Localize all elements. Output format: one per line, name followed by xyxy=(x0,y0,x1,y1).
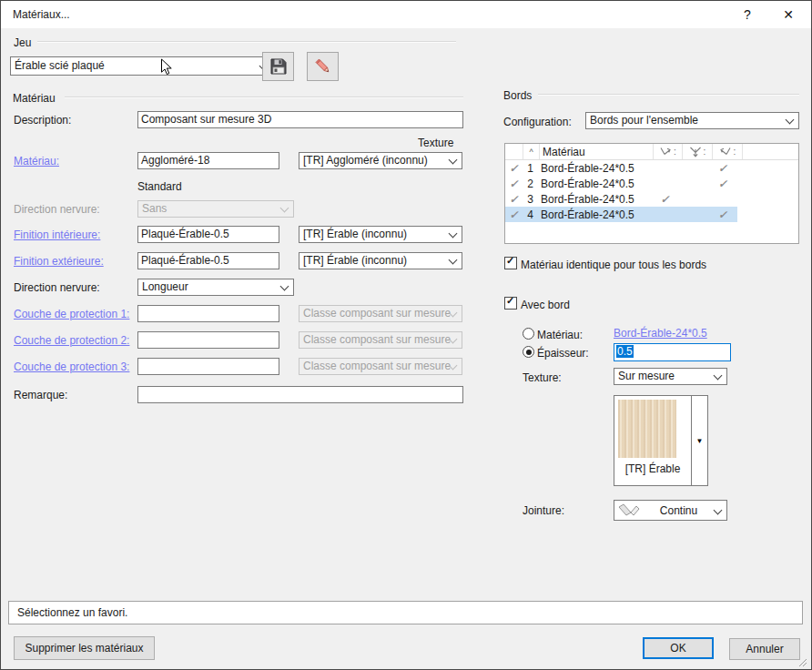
finition-interieure-texture-combo[interactable]: [TR] Érable (inconnu) xyxy=(299,226,462,243)
chevron-down-icon xyxy=(449,156,458,165)
couche-protection-3-input[interactable] xyxy=(137,358,279,375)
bords-group-line xyxy=(538,94,799,95)
materiau-input[interactable]: Aggloméré-18 xyxy=(137,152,279,169)
configuration-combo[interactable]: Bords pour l'ensemble xyxy=(585,112,799,129)
close-button[interactable]: ✕ xyxy=(773,1,804,28)
jointure-label: Jointure: xyxy=(523,504,564,517)
row-number: 4 xyxy=(523,207,538,222)
direction-nervure-label: Direction nervure: xyxy=(14,281,100,294)
texture-swatch-label: [TR] Érable xyxy=(614,462,691,475)
jeu-group-label: Jeu xyxy=(14,36,31,49)
epaisseur-input[interactable]: 0.5 xyxy=(614,343,731,361)
couche-protection-1-combo: Classe composant sur mesure xyxy=(299,305,462,322)
sort-ascending-icon: ^ xyxy=(529,147,533,157)
header-edge-front-column[interactable]: : xyxy=(654,144,683,159)
table-row-selected[interactable]: ✓ 4 Bord-Érable-24*0.5 ✓ xyxy=(505,207,798,222)
chevron-down-icon xyxy=(714,371,723,381)
remarque-label: Remarque: xyxy=(14,389,67,401)
direction-nervure-combo-value: Longueur xyxy=(142,280,188,293)
couche-protection-2-input[interactable] xyxy=(137,331,279,349)
bord-texture-combo-value: Sur mesure xyxy=(618,370,675,382)
materiau-texture-combo[interactable]: [TR] Aggloméré (inconnu) xyxy=(299,152,462,169)
header-check-column[interactable] xyxy=(505,144,523,159)
table-row[interactable]: ✓ 2 Bord-Érable-24*0.5 ✓ xyxy=(505,176,798,191)
finition-interieure-link[interactable]: Finition intérieure: xyxy=(14,228,100,241)
save-set-button[interactable] xyxy=(262,52,294,81)
finition-exterieure-texture-combo-value: [TR] Érable (inconnu) xyxy=(303,254,407,267)
row-materiau-name: Bord-Érable-24*0.5 xyxy=(538,176,651,191)
edge-back-icon xyxy=(719,147,732,157)
favorite-selector[interactable]: Sélectionnez un favori. xyxy=(8,601,803,624)
configuration-combo-value: Bords pour l'ensemble xyxy=(590,114,698,127)
chevron-down-icon xyxy=(449,229,458,239)
avec-bord-checkbox-label: Avec bord xyxy=(521,299,570,311)
header-number-column[interactable]: ^ xyxy=(523,144,540,159)
resize-grip[interactable] xyxy=(798,658,807,667)
table-row[interactable]: ✓ 1 Bord-Érable-24*0.5 ✓ xyxy=(505,160,798,176)
materiau-radio-label: Matériau: xyxy=(537,329,583,341)
texture-swatch-picker[interactable]: [TR] Érable ▼ xyxy=(614,395,708,486)
materiau-radio[interactable] xyxy=(523,328,534,340)
jeu-combo[interactable]: Érable scié plaqué xyxy=(10,56,273,76)
bord-texture-label: Texture: xyxy=(523,371,562,384)
standard-label: Standard xyxy=(137,180,182,193)
finition-interieure-input[interactable]: Plaqué-Érable-0.5 xyxy=(137,226,279,243)
materiau-texture-combo-value: [TR] Aggloméré (inconnu) xyxy=(303,154,428,167)
couche-protection-2-combo: Classe composant sur mesure xyxy=(299,331,462,349)
favorite-hint-text: Sélectionnez un favori. xyxy=(17,606,127,619)
header-edge-middle-column[interactable]: : xyxy=(683,144,713,159)
cancel-button[interactable]: Annuler xyxy=(729,638,800,660)
epaisseur-input-value: 0.5 xyxy=(616,345,634,358)
table-row[interactable]: ✓ 3 Bord-Érable-24*0.5 ✓ xyxy=(505,191,798,207)
dialog-title: Matériaux... xyxy=(13,8,70,21)
header-edge-back-column[interactable]: : xyxy=(713,144,743,159)
couche-protection-2-link[interactable]: Couche de protection 2: xyxy=(14,334,129,347)
texture-column-label: Texture xyxy=(418,137,453,149)
description-label: Description: xyxy=(14,114,71,127)
finition-exterieure-link[interactable]: Finition extérieure: xyxy=(14,255,104,268)
materiau-group-label: Matériau xyxy=(13,92,56,105)
finition-exterieure-input[interactable]: Plaqué-Érable-0.5 xyxy=(137,252,279,269)
configuration-label: Configuration: xyxy=(503,116,572,128)
identique-checkbox[interactable]: ✓ xyxy=(504,257,517,269)
couche-protection-2-combo-value: Classe composant sur mesure xyxy=(303,333,451,346)
help-button[interactable]: ? xyxy=(732,1,763,28)
bord-materiau-link[interactable]: Bord-Érable-24*0.5 xyxy=(614,327,707,340)
couche-protection-3-combo-value: Classe composant sur mesure xyxy=(303,360,451,372)
direction-nervure-combo[interactable]: Longueur xyxy=(137,279,294,296)
avec-bord-checkbox[interactable]: ✓ xyxy=(504,297,517,310)
delete-materials-button[interactable]: Supprimer les matériaux xyxy=(14,636,155,660)
couche-protection-3-link[interactable]: Couche de protection 3: xyxy=(14,360,129,373)
dropdown-arrow-icon[interactable]: ▼ xyxy=(692,396,707,485)
colon-separator: : xyxy=(704,147,706,157)
edge-check-icon: ✓ xyxy=(718,178,727,189)
couche-protection-1-link[interactable]: Couche de protection 1: xyxy=(14,308,129,320)
finition-exterieure-texture-combo[interactable]: [TR] Érable (inconnu) xyxy=(299,252,462,269)
edit-set-button[interactable] xyxy=(307,52,339,81)
bord-texture-combo[interactable]: Sur mesure xyxy=(614,368,727,385)
edge-middle-icon xyxy=(689,147,702,157)
chevron-down-icon xyxy=(280,204,289,213)
materials-dialog: Matériaux... ? ✕ Jeu Érable scié plaqué xyxy=(0,0,812,670)
edge-check-icon: ✓ xyxy=(718,209,727,220)
ok-button[interactable]: OK xyxy=(643,637,714,659)
header-materiau-column[interactable]: Matériau xyxy=(540,144,654,159)
description-input[interactable]: Composant sur mesure 3D xyxy=(137,111,463,128)
couche-protection-1-combo-value: Classe composant sur mesure xyxy=(303,307,451,320)
jointure-combo[interactable]: Continu xyxy=(614,500,727,521)
header-filler-column xyxy=(743,144,798,159)
direction-nervure-std-label: Direction nervure: xyxy=(14,203,100,216)
couche-protection-3-combo: Classe composant sur mesure xyxy=(299,358,462,375)
row-number: 1 xyxy=(523,160,538,176)
row-active-check-icon: ✓ xyxy=(509,163,518,174)
checkmark-icon: ✓ xyxy=(506,255,514,267)
bords-table-header: ^ Matériau : : xyxy=(505,144,798,160)
couche-protection-1-input[interactable] xyxy=(137,305,279,322)
materiau-link[interactable]: Matériau: xyxy=(14,155,59,168)
jeu-combo-value: Érable scié plaqué xyxy=(15,59,105,72)
wood-texture-preview xyxy=(618,400,676,458)
epaisseur-radio[interactable] xyxy=(523,346,534,358)
direction-nervure-std-combo-value: Sans xyxy=(142,202,167,215)
row-materiau-name: Bord-Érable-24*0.5 xyxy=(538,191,651,207)
remarque-input[interactable] xyxy=(137,386,463,403)
